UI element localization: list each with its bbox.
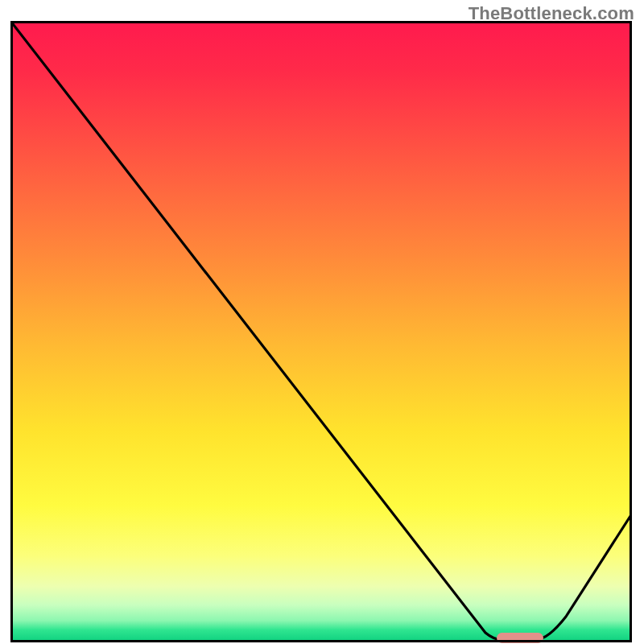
watermark-text: TheBottleneck.com bbox=[469, 3, 634, 24]
bottleneck-curve bbox=[10, 21, 632, 642]
chart-frame bbox=[10, 21, 632, 642]
curve-path bbox=[10, 21, 632, 640]
optimal-range-marker bbox=[497, 633, 543, 643]
